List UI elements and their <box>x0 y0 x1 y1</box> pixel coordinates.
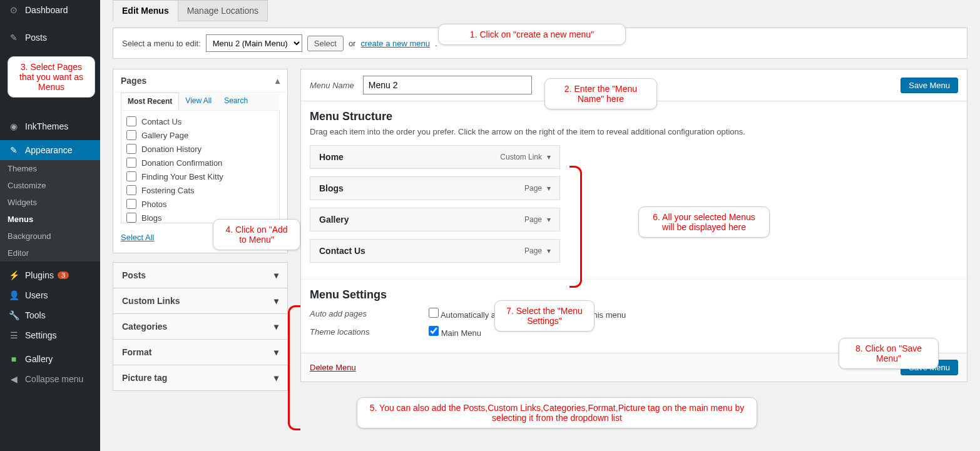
pages-metabox-title[interactable]: Pages▴ <box>113 69 287 93</box>
menu-name-input[interactable] <box>363 76 532 94</box>
caret-down-icon[interactable]: ▾ <box>547 215 551 224</box>
dashboard-icon: ⊙ <box>8 5 20 15</box>
caret-down-icon: ▾ <box>274 322 278 332</box>
menu-item[interactable]: HomeCustom Link▾ <box>310 145 560 169</box>
menu-item-type: Custom Link <box>500 153 542 161</box>
callout-7: 7. Select the "Menu Settings" <box>494 300 595 332</box>
sidebar-item-dashboard[interactable]: ⊙Dashboard <box>0 0 100 20</box>
auto-add-checkbox[interactable] <box>429 308 439 318</box>
sidebar-item-label: Appearance <box>25 145 73 155</box>
tab-edit-menus[interactable]: Edit Menus <box>113 0 178 21</box>
page-list-item[interactable]: Fostering Cats <box>125 183 275 197</box>
sidebar-subitem-background[interactable]: Background <box>0 228 100 245</box>
select-menu-button[interactable]: Select <box>307 36 344 51</box>
page-list-item[interactable]: Contact Us <box>125 114 275 128</box>
menu-item-label: Blogs <box>319 183 344 193</box>
theme-locations-label: Theme locations <box>310 327 429 337</box>
sidebar-subitem-editor[interactable]: Editor <box>0 245 100 261</box>
menu-settings-title: Menu Settings <box>310 288 958 302</box>
tab-manage-locations[interactable]: Manage Locations <box>178 0 268 21</box>
page-list-item[interactable]: Finding Your Best Kitty <box>125 170 275 183</box>
callout-1: 1. Click on "create a new menu" <box>438 24 626 45</box>
page-list-item[interactable]: Photos <box>125 197 275 211</box>
menu-item[interactable]: GalleryPage▾ <box>310 208 560 231</box>
sidebar-item-label: Settings <box>25 330 57 340</box>
caret-down-icon: ▾ <box>274 373 278 383</box>
page-checkbox[interactable] <box>126 185 136 195</box>
accordion-label: Posts <box>122 270 146 280</box>
page-checkbox[interactable] <box>126 116 136 126</box>
page-list-item[interactable]: Donation History <box>125 142 275 156</box>
theme-brand-icon: ◉ <box>8 121 20 131</box>
sidebar-subitem-themes[interactable]: Themes <box>0 160 100 177</box>
page-label: Blogs <box>141 213 162 223</box>
sidebar-collapse[interactable]: ◀Collapse menu <box>0 369 100 389</box>
page-list-item[interactable]: Donation Confirmation <box>125 156 275 170</box>
callout-4: 4. Click on "Add to Menu" <box>213 219 300 250</box>
sidebar-item-inkthemes[interactable]: ◉InkThemes <box>0 116 100 136</box>
create-new-menu-link[interactable]: create a new menu <box>360 39 430 48</box>
sidebar-item-users[interactable]: 👤Users <box>0 285 100 305</box>
pages-tab-view-all[interactable]: View All <box>179 93 218 110</box>
pages-tab-recent[interactable]: Most Recent <box>121 93 179 110</box>
caret-down-icon: ▾ <box>274 296 278 306</box>
page-list[interactable]: Contact Us Gallery Page Donation History… <box>121 111 280 223</box>
sidebar-item-gallery[interactable]: ■Gallery <box>0 349 100 369</box>
callout-3: 3. Select Pages that you want as Menus <box>8 56 95 98</box>
menu-selector[interactable]: Menu 2 (Main Menu) <box>206 34 302 52</box>
accordion-picture-tag[interactable]: Picture tag▾ <box>113 365 287 390</box>
save-menu-button-top[interactable]: Save Menu <box>901 78 958 93</box>
sidebar-item-label: Posts <box>25 33 47 43</box>
page-checkbox[interactable] <box>126 213 136 223</box>
page-list-item[interactable]: Gallery Page <box>125 128 275 142</box>
caret-up-icon: ▴ <box>275 76 280 86</box>
sidebar-subitem-widgets[interactable]: Widgets <box>0 194 100 211</box>
select-menu-label: Select a menu to edit: <box>122 39 201 48</box>
sidebar-item-label: Tools <box>25 310 46 320</box>
auto-add-label: Auto add pages <box>310 309 429 318</box>
accordion-custom-links[interactable]: Custom Links▾ <box>113 288 287 313</box>
accordion-posts[interactable]: Posts▾ <box>113 263 287 288</box>
callout-6: 6. All your selected Menus will be displ… <box>638 206 770 238</box>
accordion-format[interactable]: Format▾ <box>113 340 287 365</box>
brush-icon: ✎ <box>8 145 20 155</box>
sidebar-item-plugins[interactable]: ⚡Plugins3 <box>0 265 100 285</box>
page-label: Finding Your Best Kitty <box>141 172 223 181</box>
callout-8: 8. Click on "Save Menu" <box>839 338 939 369</box>
accordion-categories[interactable]: Categories▾ <box>113 314 287 339</box>
sidebar-item-label: Gallery <box>25 354 53 364</box>
theme-location-row[interactable]: Main Menu <box>429 326 481 338</box>
page-checkbox[interactable] <box>126 144 136 154</box>
menu-edit-panel: Menu Name Save Menu Menu Structure Drag … <box>300 69 967 382</box>
main-menu-checkbox[interactable] <box>429 326 439 336</box>
page-checkbox[interactable] <box>126 199 136 209</box>
select-all-link[interactable]: Select All <box>121 233 154 242</box>
sidebar-subitem-customize[interactable]: Customize <box>0 177 100 194</box>
page-checkbox[interactable] <box>126 171 136 181</box>
page-checkbox[interactable] <box>126 158 136 168</box>
bracket-left-icon <box>288 305 300 430</box>
sidebar-item-appearance[interactable]: ✎Appearance <box>0 140 100 160</box>
menu-name-label: Menu Name <box>310 81 354 90</box>
pages-metabox-title-text: Pages <box>121 76 146 86</box>
page-label: Fostering Cats <box>141 186 195 195</box>
menu-item[interactable]: BlogsPage▾ <box>310 176 560 200</box>
caret-down-icon[interactable]: ▾ <box>547 153 551 161</box>
sidebar-item-settings[interactable]: ☰Settings <box>0 325 100 345</box>
plug-icon: ⚡ <box>8 270 20 280</box>
page-checkbox[interactable] <box>126 130 136 140</box>
caret-down-icon[interactable]: ▾ <box>547 184 551 193</box>
bracket-right-icon <box>569 166 582 288</box>
sidebar-item-posts[interactable]: ✎Posts <box>0 28 100 48</box>
menu-item[interactable]: Contact UsPage▾ <box>310 239 560 263</box>
page-label: Donation Confirmation <box>141 158 222 168</box>
caret-down-icon[interactable]: ▾ <box>547 246 551 255</box>
pages-tab-search[interactable]: Search <box>218 93 254 110</box>
or-text: or <box>349 39 356 48</box>
sidebar-subitem-menus[interactable]: Menus <box>0 211 100 228</box>
menu-item-label: Gallery <box>319 215 349 225</box>
sidebar-item-label: InkThemes <box>25 121 68 131</box>
menu-item-label: Contact Us <box>319 246 365 256</box>
sidebar-item-tools[interactable]: 🔧Tools <box>0 305 100 325</box>
delete-menu-link[interactable]: Delete Menu <box>310 363 356 372</box>
